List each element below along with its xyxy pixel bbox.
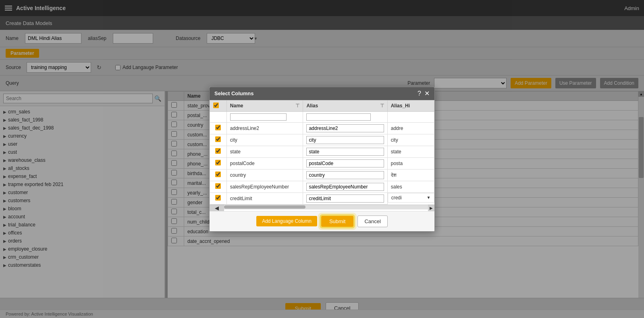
modal-row: salesRepEmployeeNumber sales bbox=[210, 181, 434, 192]
modal-row: addressLine2 addre bbox=[210, 122, 434, 134]
alias-filter-input[interactable] bbox=[306, 113, 371, 121]
name-filter-icon[interactable]: ⊤ bbox=[295, 103, 299, 109]
modal-row: country देश bbox=[210, 169, 434, 181]
modal-alias-input[interactable] bbox=[306, 171, 384, 179]
scroll-thumb-h bbox=[224, 205, 305, 209]
horizontal-scrollbar[interactable] bbox=[224, 205, 428, 209]
scroll-left-btn[interactable]: ◀ bbox=[210, 205, 224, 211]
modal-table: Name ⊤ Alias ⊤ Alia bbox=[210, 100, 434, 205]
modal-row: city city bbox=[210, 134, 434, 146]
modal-row-checkbox[interactable] bbox=[215, 195, 221, 201]
modal-alias-input[interactable] bbox=[306, 195, 384, 203]
modal-col-alias-hi: Alias_Hi bbox=[387, 100, 434, 111]
modal-help-button[interactable]: ? bbox=[418, 90, 421, 97]
modal-alias-input[interactable] bbox=[306, 159, 384, 167]
select-all-checkbox[interactable] bbox=[213, 103, 219, 108]
scroll-right-btn[interactable]: ▶ bbox=[428, 205, 434, 211]
modal-body: Name ⊤ Alias ⊤ Alia bbox=[210, 100, 434, 211]
modal-alias-input[interactable] bbox=[306, 124, 384, 132]
modal-row-checkbox[interactable] bbox=[215, 183, 221, 189]
modal-row-checkbox[interactable] bbox=[215, 136, 221, 142]
modal-submit-button[interactable]: Submit bbox=[321, 216, 353, 227]
modal-alias-input[interactable] bbox=[306, 136, 384, 144]
modal-col-check bbox=[210, 100, 227, 111]
modal-footer: Add Language Column Submit Cancel bbox=[210, 211, 434, 231]
modal-overlay: Select Columns ? ✕ bbox=[0, 0, 644, 318]
modal-title: Select Columns bbox=[214, 90, 254, 96]
modal-row-checkbox[interactable] bbox=[215, 125, 221, 130]
modal-header: Select Columns ? ✕ bbox=[210, 87, 434, 100]
modal-alias-input[interactable] bbox=[306, 183, 384, 191]
alias-filter-icon[interactable]: ⊤ bbox=[380, 103, 384, 109]
modal-row-checkbox[interactable] bbox=[215, 160, 221, 165]
modal-row-checkbox[interactable] bbox=[215, 148, 221, 154]
select-columns-modal: Select Columns ? ✕ bbox=[209, 87, 435, 232]
name-filter-input[interactable] bbox=[230, 113, 287, 121]
modal-header-actions: ? ✕ bbox=[418, 90, 430, 97]
modal-cancel-button[interactable]: Cancel bbox=[357, 215, 387, 227]
modal-alias-input[interactable] bbox=[306, 148, 384, 156]
modal-col-alias: Alias ⊤ bbox=[303, 100, 387, 111]
modal-close-button[interactable]: ✕ bbox=[424, 90, 430, 97]
add-language-column-button[interactable]: Add Language Column bbox=[256, 216, 317, 226]
modal-row: creditLimit credi ▼ bbox=[210, 192, 434, 204]
modal-row: postalCode posta bbox=[210, 157, 434, 169]
modal-row: state state bbox=[210, 146, 434, 157]
modal-row-checkbox[interactable] bbox=[215, 172, 221, 177]
modal-scrollbar-area: ◀ ▶ bbox=[210, 205, 434, 211]
modal-table-wrapper: Name ⊤ Alias ⊤ Alia bbox=[210, 100, 434, 205]
modal-col-name: Name ⊤ bbox=[226, 100, 303, 111]
